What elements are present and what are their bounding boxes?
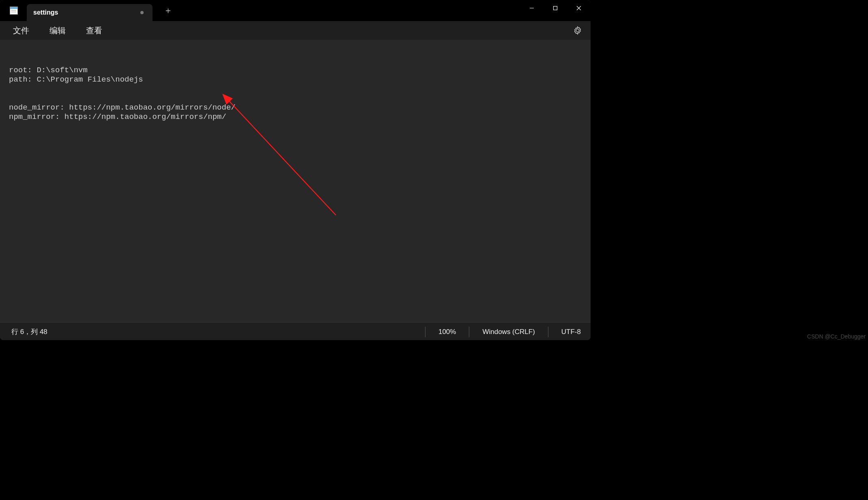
editor-line: path: C:\Program Files\nodejs [9, 75, 582, 84]
status-separator [548, 327, 548, 337]
editor-line: npm_mirror: https://npm.taobao.org/mirro… [9, 112, 582, 122]
tab-title: settings [33, 9, 58, 16]
settings-button[interactable] [572, 25, 583, 36]
minimize-button[interactable] [520, 0, 544, 16]
editor-line [9, 84, 582, 94]
maximize-icon [552, 5, 558, 11]
editor-area[interactable]: root: D:\soft\nvmpath: C:\Program Files\… [0, 40, 591, 323]
minimize-icon [529, 5, 535, 11]
close-button[interactable] [567, 0, 591, 16]
status-zoom[interactable]: 100% [437, 328, 458, 336]
tab-modified-indicator [140, 11, 144, 14]
status-separator [469, 327, 469, 337]
editor-line: root: D:\soft\nvm [9, 66, 582, 75]
status-separator [425, 327, 425, 337]
document-tab[interactable]: settings [27, 4, 153, 21]
status-line-ending[interactable]: Windows (CRLF) [481, 328, 536, 336]
svg-rect-0 [554, 6, 557, 10]
menu-file[interactable]: 文件 [6, 23, 36, 39]
menu-view[interactable]: 查看 [79, 23, 109, 39]
gear-icon [573, 26, 582, 35]
status-cursor-position: 行 6，列 48 [8, 327, 414, 336]
maximize-button[interactable] [544, 0, 567, 16]
status-encoding[interactable]: UTF-8 [560, 328, 582, 336]
new-tab-button[interactable] [160, 2, 176, 19]
watermark-text: CSDN @Cc_Debugger [807, 333, 866, 340]
window-controls [520, 0, 591, 16]
editor-line: node_mirror: https://npm.taobao.org/mirr… [9, 103, 582, 112]
plus-icon [165, 8, 171, 14]
titlebar: settings [0, 0, 591, 21]
statusbar: 行 6，列 48 100% Windows (CRLF) UTF-8 [0, 323, 591, 340]
menubar: 文件 编辑 查看 [0, 21, 591, 40]
editor-line [9, 94, 582, 103]
close-icon [576, 5, 582, 11]
editor-content: root: D:\soft\nvmpath: C:\Program Files\… [9, 66, 582, 122]
app-window: settings [0, 0, 591, 340]
notepad-icon [10, 6, 18, 15]
menu-edit[interactable]: 编辑 [43, 23, 72, 39]
